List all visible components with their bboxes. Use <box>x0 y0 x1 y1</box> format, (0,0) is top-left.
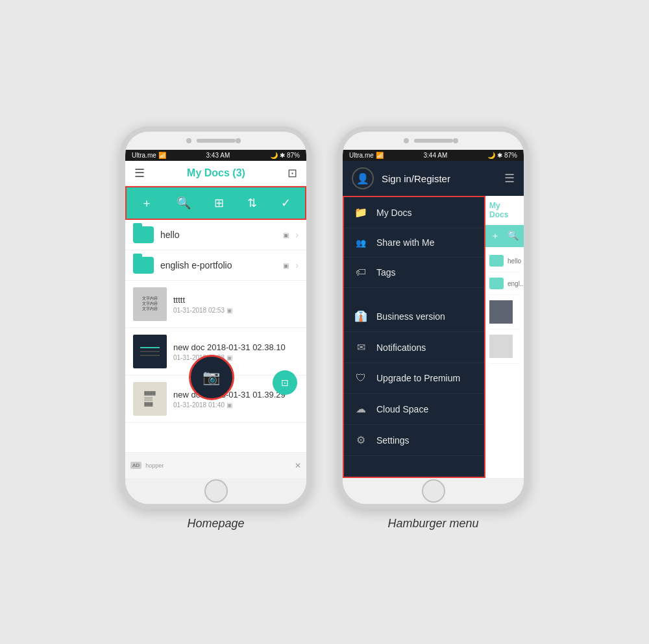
status-right-2: 🌙 ✱ 87% <box>487 152 517 159</box>
avatar-icon[interactable]: 👤 <box>352 167 374 189</box>
premium-menu-icon: 🛡 <box>354 372 367 384</box>
folder-icon-hello <box>133 226 154 243</box>
menu-item-business[interactable]: 👔 Business version <box>344 301 484 332</box>
doc-title-ttttt: ttttt <box>173 295 299 305</box>
peek-folder-eng <box>489 278 504 289</box>
folder-menu-icon: 📁 <box>354 206 367 219</box>
close-ad-icon[interactable]: ✕ <box>295 461 301 470</box>
menu-label-cloud: Cloud Space <box>376 404 428 414</box>
archive-button-1[interactable]: ⊡ <box>288 166 297 180</box>
menu-item-sharewithme[interactable]: 👥 Share with Me <box>344 228 484 257</box>
menu-label-settings: Settings <box>376 435 410 446</box>
ad-text: hopper <box>145 462 164 469</box>
peek-files: hello engl... <box>485 247 524 478</box>
phone1-frame: Ultra.me 📶 3:43 AM 🌙 ✱ 87% ☰ My Docs (3)… <box>120 126 312 509</box>
doc-item-ttttt[interactable]: 文字内容文字内容文字内容 ttttt 01-31-2018 02:53 ▣ <box>125 281 306 328</box>
select-button[interactable]: ✓ <box>276 193 296 213</box>
wifi-icon-1: 📶 <box>158 152 166 159</box>
menu-item-premium[interactable]: 🛡 Upgrade to Premium <box>344 363 484 394</box>
hamburger-button-1[interactable]: ☰ <box>134 166 145 180</box>
battery-2: 87% <box>504 152 517 159</box>
camera-icon: 📷 <box>202 369 220 386</box>
clock-2: 3:44 AM <box>424 152 448 159</box>
peek-file-name-hello: hello <box>508 257 521 265</box>
peek-doc-paper <box>489 329 520 364</box>
page-icon-hello: ▣ <box>283 232 289 239</box>
peek-toolbar: ＋ 🔍 <box>485 225 524 247</box>
header-title-1: My Docs (3) <box>187 167 245 179</box>
phone1-screen: Ultra.me 📶 3:43 AM 🌙 ✱ 87% ☰ My Docs (3)… <box>125 150 306 478</box>
phone-speaker-2 <box>414 139 453 143</box>
menu-spacer <box>344 288 484 301</box>
menu-item-cloud[interactable]: ☁ Cloud Space <box>344 394 484 425</box>
peek-add-btn: ＋ <box>488 229 502 243</box>
grid-button[interactable]: ⊞ <box>209 193 229 213</box>
bluetooth-icon-1: ✱ <box>280 152 285 159</box>
phone-speaker <box>197 139 236 143</box>
menu-item-mydocs[interactable]: 📁 My Docs <box>344 197 484 228</box>
menu-panel: 📁 My Docs 👥 Share with Me 🏷 Tags <box>343 196 485 478</box>
file-list-1: hello ▣ › english e-portfolio ▣ › <box>125 220 306 452</box>
phone2-bottom <box>343 478 524 504</box>
search-button[interactable]: 🔍 <box>171 193 196 213</box>
clock-1: 3:43 AM <box>206 152 230 159</box>
sort-button[interactable]: ⇅ <box>242 193 262 213</box>
scan-button[interactable]: ⊡ <box>273 370 297 395</box>
sign-in-label[interactable]: Sign in/Register <box>382 173 496 184</box>
peek-header-title: My Docs <box>489 201 520 219</box>
user-icon: 👤 <box>356 173 369 185</box>
phone2-screen: Ultra.me 📶 3:44 AM 🌙 ✱ 87% 👤 Sign <box>343 150 524 478</box>
menu-item-tags[interactable]: 🏷 Tags <box>344 257 484 288</box>
peek-folder-hello <box>489 255 504 267</box>
home-button-2[interactable] <box>422 479 445 503</box>
peek-thumb-dark <box>489 300 513 324</box>
doc-info-ttttt: ttttt 01-31-2018 02:53 ▣ <box>173 295 299 314</box>
menu-label-premium: Upgrade to Premium <box>376 373 460 383</box>
menu-header: 👤 Sign in/Register ☰ <box>343 161 524 196</box>
front-camera-right-2 <box>453 138 458 143</box>
folder-name-eportfolio: english e-portfolio <box>160 260 276 270</box>
phone1-top-bar <box>125 132 306 150</box>
peek-doc-dark <box>489 295 520 329</box>
chevron-hello[interactable]: › <box>295 230 299 240</box>
status-left-1: Ultra.me 📶 <box>132 152 166 159</box>
menu-body: 📁 My Docs 👥 Share with Me 🏷 Tags <box>343 196 524 478</box>
settings-menu-icon: ⚙ <box>354 434 367 446</box>
add-button[interactable]: ＋ <box>136 193 158 213</box>
folder-name-hello: hello <box>160 230 276 240</box>
peek-thumb-paper <box>489 335 513 358</box>
doc-date-doc2: 01-31-2018 02:38 ▣ <box>173 354 299 361</box>
phone2-wrapper: Ultra.me 📶 3:44 AM 🌙 ✱ 87% 👤 Sign <box>337 126 529 531</box>
moon-icon-1: 🌙 <box>270 152 278 159</box>
menu-label-mydocs: My Docs <box>376 208 411 218</box>
share-menu-icon: 👥 <box>354 238 367 248</box>
thumb-ttttt: 文字内容文字内容文字内容 <box>133 287 167 321</box>
phone1-label: Homepage <box>187 517 244 531</box>
signal-carrier-1: Ultra.me <box>132 152 156 159</box>
phone1-wrapper: Ultra.me 📶 3:43 AM 🌙 ✱ 87% ☰ My Docs (3)… <box>120 126 312 531</box>
chevron-eportfolio[interactable]: › <box>295 260 299 270</box>
folder-item-eportfolio[interactable]: english e-portfolio ▣ › <box>125 250 306 281</box>
camera-overlay-button[interactable]: 📷 <box>189 355 234 400</box>
cloud-menu-icon: ☁ <box>354 403 367 415</box>
home-button-1[interactable] <box>204 479 228 503</box>
wifi-icon-2: 📶 <box>376 152 384 159</box>
phone2-top-bar <box>343 132 524 150</box>
notifications-menu-icon: ✉ <box>354 341 367 353</box>
front-camera-left <box>186 138 191 143</box>
tag-menu-icon: 🏷 <box>354 267 367 278</box>
doc-date-doc3: 01-31-2018 01:40 ▣ <box>173 401 299 409</box>
peek-file-hello: hello <box>489 250 520 272</box>
menu-item-settings[interactable]: ⚙ Settings <box>344 425 484 456</box>
thumb-doc3: ▓▓▓▓▒▒▒▓▓▓ <box>133 382 167 416</box>
hamburger-button-2[interactable]: ☰ <box>504 171 515 185</box>
peek-screen: My Docs ＋ 🔍 hello <box>485 196 524 478</box>
status-left-2: Ultra.me 📶 <box>349 152 384 159</box>
doc-date-ttttt: 01-31-2018 02:53 ▣ <box>173 307 299 314</box>
menu-item-notifications[interactable]: ✉ Notifications <box>344 332 484 363</box>
ad-bar-1: AD hopper ✕ <box>125 452 306 478</box>
ad-badge: AD <box>130 462 141 469</box>
phone1-bottom <box>125 478 306 504</box>
status-bar-2: Ultra.me 📶 3:44 AM 🌙 ✱ 87% <box>343 150 524 161</box>
folder-item-hello[interactable]: hello ▣ › <box>125 220 306 250</box>
